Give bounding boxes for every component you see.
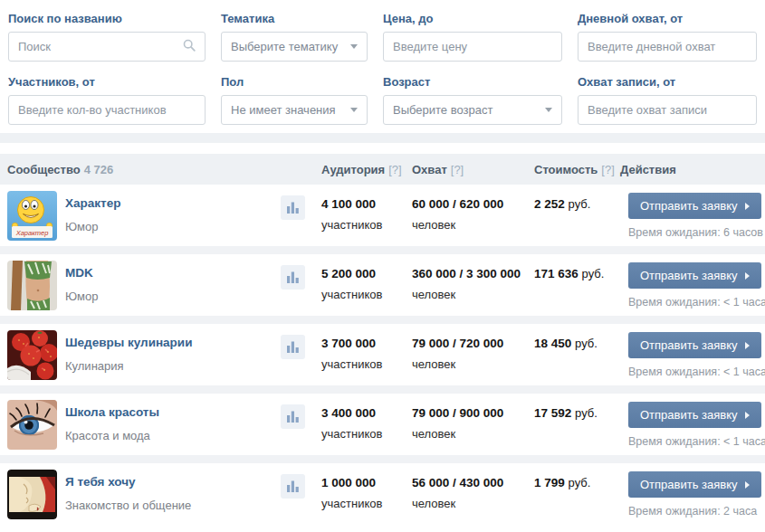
audience-value: 3 400 000 (321, 406, 412, 420)
audience-help-icon[interactable]: [?] (388, 163, 401, 176)
daily-reach-input[interactable] (588, 40, 747, 53)
filter-post-reach: Охват записи, от (578, 75, 757, 125)
community-category: Знакомство и общение (65, 499, 281, 512)
svg-text:Характер: Характер (15, 229, 49, 237)
filter-gender: Пол Не имеет значения (221, 75, 368, 125)
arrow-right-icon (745, 203, 750, 210)
chevron-down-icon (350, 44, 358, 49)
price-value: 171 636 руб. (534, 267, 620, 280)
members-input[interactable] (18, 103, 196, 117)
filter-members: Участников, от (8, 75, 206, 125)
community-category: Юмор (65, 220, 281, 233)
send-request-button[interactable]: Отправить заявку (628, 402, 761, 428)
send-request-label: Отправить заявку (640, 199, 738, 213)
reach-unit: человек (412, 288, 534, 301)
filter-daily-reach-label: Дневной охват, от (578, 12, 757, 25)
price-currency: руб. (582, 267, 605, 280)
price-number: 1 799 (534, 476, 565, 489)
price-input[interactable] (393, 40, 552, 53)
send-request-label: Отправить заявку (640, 408, 738, 422)
post-reach-input[interactable] (588, 103, 747, 117)
price-value: 18 450 руб. (534, 337, 620, 350)
audience-header-label: Аудитория (321, 163, 385, 176)
filter-post-reach-label: Охват записи, от (578, 75, 757, 89)
spacer (0, 143, 765, 154)
arrow-right-icon (745, 412, 750, 419)
reach-unit: человек (412, 427, 534, 441)
arrow-right-icon (745, 272, 750, 280)
stats-bar-chart-icon[interactable] (281, 265, 305, 290)
community-avatar-mdk[interactable] (7, 261, 57, 310)
stats-bar-chart-icon[interactable] (281, 195, 305, 220)
community-name-link[interactable]: Я тебя хочу (65, 475, 136, 489)
community-name-link[interactable]: Характер (65, 196, 120, 210)
table-header: Сообщество4 726 Аудитория[?] Охват[?] Ст… (0, 154, 765, 185)
price-number: 2 252 (534, 197, 565, 211)
waiting-time: Время ожидания: 6 часов (628, 226, 763, 239)
search-input[interactable] (18, 40, 177, 53)
waiting-time: Время ожидания: < 1 часа (628, 296, 765, 309)
filter-theme-label: Тематика (221, 12, 368, 25)
audience-value: 4 100 000 (321, 197, 412, 211)
send-request-button[interactable]: Отправить заявку (628, 193, 761, 219)
price-currency: руб. (575, 406, 598, 420)
community-avatar-strawberries[interactable] (7, 330, 57, 380)
waiting-time: Время ожидания: < 1 часа (628, 366, 765, 378)
reach-value: 56 000 / 430 000 (412, 476, 534, 489)
community-list: Характер Характер Юмор 4 100 000 участни… (0, 185, 765, 525)
reach-value: 60 000 / 620 000 (412, 197, 534, 211)
cost-header-label: Стоимость (534, 163, 598, 176)
audience-unit: участников (321, 427, 412, 441)
table-row: Школа красоты Красота и мода 3 400 000 у… (0, 394, 765, 455)
cost-help-icon[interactable]: [?] (601, 163, 614, 176)
age-select[interactable]: Выберите возраст (383, 95, 562, 125)
gender-select-value: Не имеет значения (231, 103, 336, 117)
community-count: 4 726 (84, 163, 114, 176)
stats-bar-chart-icon[interactable] (281, 404, 305, 429)
audience-value: 3 700 000 (321, 337, 412, 350)
filter-search: Поиск по названию (8, 12, 206, 62)
community-name-link[interactable]: Школа красоты (65, 405, 159, 419)
send-request-button[interactable]: Отправить заявку (628, 262, 761, 289)
send-request-label: Отправить заявку (640, 478, 738, 491)
filter-gender-label: Пол (221, 75, 368, 89)
community-name-link[interactable]: Шедевры кулинарии (65, 336, 192, 349)
filters-panel: Поиск по названию Тематика Выберите тема… (0, 0, 765, 133)
audience-unit: участников (321, 218, 412, 232)
theme-select-value: Выберите тематику (231, 40, 338, 53)
community-avatar-smiley[interactable]: Характер (7, 191, 57, 241)
stats-bar-chart-icon[interactable] (281, 335, 305, 359)
table-row: Я тебя хочу Знакомство и общение 1 000 0… (0, 463, 765, 525)
price-value: 2 252 руб. (534, 197, 620, 211)
community-avatar-eye[interactable] (7, 400, 57, 450)
divider-band (0, 133, 765, 143)
arrow-right-icon (745, 342, 750, 349)
audience-value: 1 000 000 (321, 476, 412, 489)
filter-price-label: Цена, до (383, 12, 562, 25)
table-row: Шедевры кулинарии Кулинария 3 700 000 уч… (0, 324, 765, 385)
community-name-link[interactable]: MDK (65, 266, 93, 280)
reach-value: 79 000 / 720 000 (412, 337, 534, 350)
stats-bar-chart-icon[interactable] (281, 474, 305, 499)
filter-price: Цена, до (383, 12, 562, 62)
price-value: 17 592 руб. (534, 406, 620, 420)
price-value: 1 799 руб. (534, 476, 620, 489)
table-row: Характер Характер Юмор 4 100 000 участни… (0, 185, 765, 246)
gender-select[interactable]: Не имеет значения (221, 95, 368, 125)
column-cost: Стоимость[?] (534, 163, 620, 176)
price-number: 171 636 (534, 267, 579, 280)
send-request-button[interactable]: Отправить заявку (628, 332, 761, 358)
theme-select[interactable]: Выберите тематику (221, 32, 368, 62)
actions-header-label: Действия (620, 163, 676, 176)
community-category: Юмор (65, 290, 281, 303)
reach-unit: человек (412, 497, 534, 510)
price-number: 18 450 (534, 337, 571, 350)
price-currency: руб. (569, 197, 591, 211)
age-select-value: Выберите возраст (393, 103, 492, 117)
reach-unit: человек (412, 218, 534, 232)
reach-help-icon[interactable]: [?] (451, 163, 464, 176)
send-request-button[interactable]: Отправить заявку (628, 471, 761, 498)
community-category: Красота и мода (65, 429, 281, 442)
reach-header-label: Охват (412, 163, 447, 176)
community-avatar-kiss[interactable] (7, 470, 57, 519)
